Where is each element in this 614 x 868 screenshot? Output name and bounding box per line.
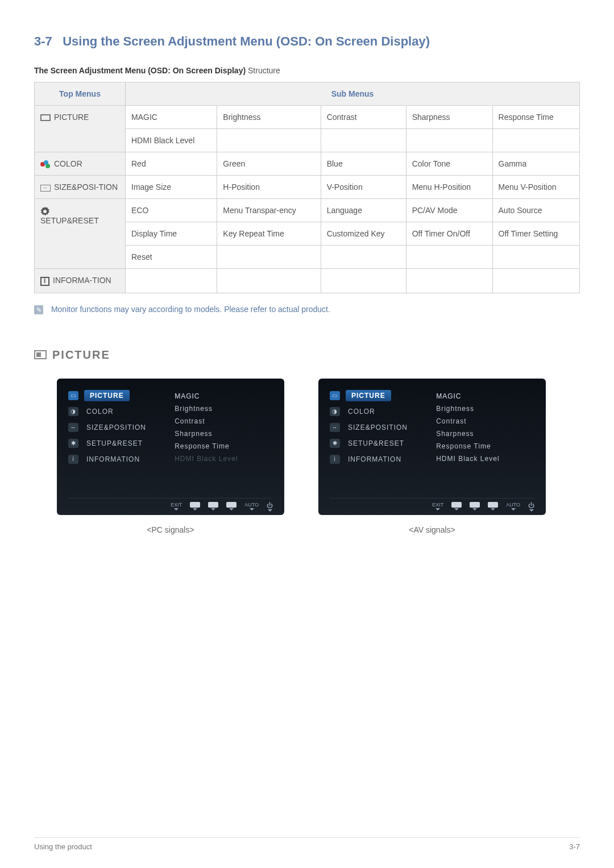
picture-icon [40,114,51,121]
caption-av: <AV signals> [318,525,546,534]
caption-pc: <PC signals> [57,525,284,534]
th-sub: Sub Menus [126,82,580,106]
osd-screenshot-pc: ▭PICTURE ◑COLOR ↔SIZE&POSITION ✱SETUP&RE… [57,379,284,515]
osd-picture-icon: ▭ [68,391,78,400]
th-top: Top Menus [35,82,126,106]
note: ✎ Monitor functions may vary according t… [34,305,580,314]
page-heading: 3-7 Using the Screen Adjustment Menu (OS… [34,34,580,49]
structure-label: The Screen Adjustment Menu (OSD: On Scre… [34,66,580,75]
note-icon: ✎ [34,305,43,314]
page-footer: Using the product 3-7 [34,837,580,851]
osd-screenshot-av: ▭PICTURE ◑COLOR ↔SIZE&POSITION ✱SETUP&RE… [318,379,546,515]
heading-number: 3-7 [34,34,52,48]
topmenu-size: SIZE&POSI-TION [35,176,126,199]
osd-picture-icon: ▭ [330,391,340,400]
osd-color-icon: ◑ [68,407,78,416]
topmenu-info: INFORMA-TION [35,269,126,293]
topmenu-setup: SETUP&RESET [35,199,126,269]
osd-setup-icon: ✱ [68,439,78,448]
topmenu-picture: PICTURE [35,106,126,152]
info-icon [40,277,49,286]
osd-size-icon: ↔ [68,423,78,432]
osd-bottom-buttons: EXIT AUTO ⏻ [68,498,273,512]
setup-icon [40,207,49,216]
heading-text: Using the Screen Adjustment Menu (OSD: O… [63,34,430,48]
osd-info-icon: i [68,455,78,464]
osd-info-icon: i [330,455,340,464]
osd-bottom-buttons: EXIT AUTO ⏻ [330,498,534,512]
color-icon [40,160,51,168]
osd-size-icon: ↔ [330,423,340,432]
osd-structure-table: Top Menus Sub Menus PICTURE MAGIC Bright… [34,82,580,293]
topmenu-color: COLOR [35,152,126,176]
footer-left: Using the product [34,842,92,851]
osd-color-icon: ◑ [330,407,340,416]
size-icon [40,185,51,192]
section-picture: PICTURE [34,348,580,362]
picture-section-icon [34,350,47,359]
footer-right: 3-7 [569,842,580,851]
osd-setup-icon: ✱ [330,439,340,448]
